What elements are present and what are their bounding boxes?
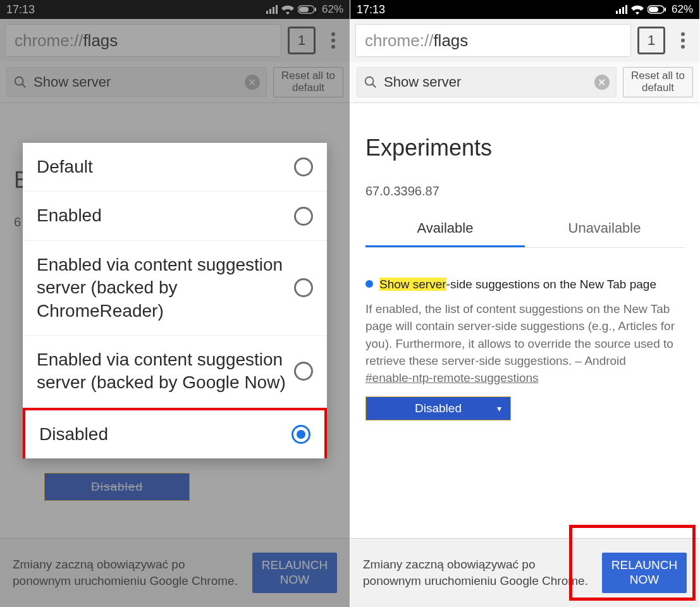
svg-rect-6	[649, 7, 658, 12]
option-enabled-googlenow[interactable]: Enabled via content suggestion server (b…	[23, 336, 327, 408]
svg-line-9	[372, 84, 376, 88]
clear-search-icon[interactable]: ✕	[594, 75, 610, 90]
battery-pct: 62%	[672, 3, 693, 16]
radio-icon	[292, 425, 310, 444]
relaunch-bar: Zmiany zaczną obowiązywać po ponownym ur…	[350, 538, 699, 607]
status-bar: 17:13 62%	[350, 0, 699, 19]
radio-icon	[294, 157, 313, 176]
flag-title-rest: -side suggestions on the New Tab page	[446, 278, 656, 291]
tab-unavailable[interactable]: Unavailable	[525, 211, 684, 247]
relaunch-button[interactable]: RELAUNCH NOW	[602, 553, 687, 593]
wifi-icon	[631, 5, 644, 15]
left-screenshot: 17:13 62% chrome://flags 1 Show server ✕	[0, 0, 350, 607]
radio-icon	[294, 278, 313, 297]
status-time: 17:13	[357, 3, 385, 16]
search-icon	[364, 75, 378, 89]
flag-hash-link[interactable]: #enable-ntp-remote-suggestions	[365, 371, 684, 385]
battery-icon	[648, 5, 666, 14]
flag-description: If enabled, the list of content suggesti…	[365, 300, 684, 370]
right-screenshot: 17:13 62% chrome://flags 1 Show server ✕	[350, 0, 699, 607]
option-disabled[interactable]: Disabled	[23, 408, 327, 458]
svg-rect-7	[665, 8, 666, 11]
tabs: Available Unavailable	[365, 211, 684, 248]
svg-point-8	[365, 77, 374, 85]
more-menu-button[interactable]	[672, 32, 694, 49]
flag-title: Show server-side suggestions on the New …	[365, 276, 684, 294]
tab-switcher-button[interactable]: 1	[637, 27, 665, 54]
radio-icon	[294, 207, 313, 226]
page-title: Experiments	[365, 135, 684, 161]
flag-item: Show server-side suggestions on the New …	[365, 276, 684, 420]
flags-content: Experiments 67.0.3396.87 Available Unava…	[350, 103, 699, 546]
flag-dropdown-value: Disabled	[415, 402, 462, 415]
flag-dropdown[interactable]: Disabled	[365, 396, 511, 420]
modified-dot-icon	[365, 280, 373, 288]
search-input[interactable]: Show server ✕	[357, 67, 617, 97]
radio-icon	[294, 362, 313, 381]
option-default[interactable]: Default	[23, 143, 327, 192]
option-enabled-chromereader[interactable]: Enabled via content suggestion server (b…	[23, 241, 327, 336]
signal-icon	[616, 5, 627, 14]
url-scheme: chrome://	[365, 31, 433, 51]
relaunch-text: Zmiany zaczną obowiązywać po ponownym ur…	[363, 556, 596, 589]
address-bar-row: chrome://flags 1	[350, 19, 699, 62]
search-query: Show server	[384, 74, 588, 90]
flag-title-highlight: Show server	[379, 278, 446, 291]
tab-available[interactable]: Available	[365, 211, 525, 247]
flags-search-row: Show server ✕ Reset all todefault	[350, 62, 699, 103]
url-input[interactable]: chrome://flags	[355, 24, 631, 57]
option-dialog: Default Enabled Enabled via content sugg…	[23, 143, 327, 458]
url-path: flags	[433, 31, 468, 51]
reset-all-button[interactable]: Reset all todefault	[623, 67, 693, 97]
option-enabled[interactable]: Enabled	[23, 192, 327, 240]
version-text: 67.0.3396.87	[365, 184, 684, 199]
